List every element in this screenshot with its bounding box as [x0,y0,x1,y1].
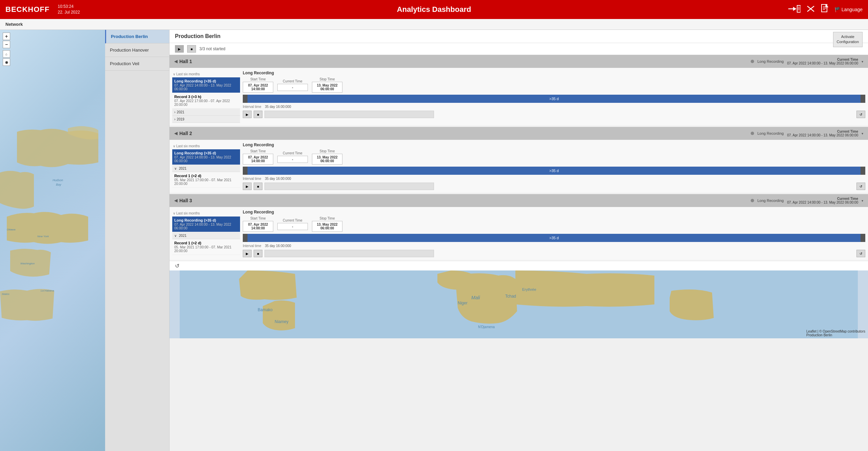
hall-3-right: Long Recording Current Time 07. Apr 2022… [751,197,863,204]
hall-1-title: ◀ Hall 1 [174,59,192,64]
list-item-date: 05. Mar 2021 17:00:00 - 07. Mar 2021 20:… [174,245,238,253]
playback-stop-button[interactable]: ■ [254,111,262,118]
list-item-name: Long Recording (>35 d) [174,151,238,155]
current-time-column-3: Current Time - [277,219,308,230]
hall-3-header: ◀ Hall 3 Long Recording Current Time 07.… [170,194,868,207]
playback-play-button[interactable]: ▶ [243,111,252,118]
import-icon[interactable] [788,5,801,15]
svg-text:Bay: Bay [56,183,61,186]
play-button[interactable]: ▶ [175,45,184,53]
stop-time-label: Stop Time [312,77,342,81]
sidebar-item-label: Production Hanover [110,48,149,53]
list-year-2021[interactable]: ›2021 [172,109,240,116]
playback-spacer-2 [264,183,434,190]
start-time-column-3: Start Time 07. Apr 2022 14:00:00 [243,217,273,232]
timeline-bar[interactable]: >35 d [243,95,865,103]
last-six-months-header-3[interactable]: ∨ Last six months [172,210,240,217]
sidebar-item-production-hanover[interactable]: Production Hanover [105,43,169,57]
current-time-label-box: Current Time [277,79,308,83]
list-year-2019[interactable]: ›2019 [172,116,240,123]
map-background: + − ⌂ ◉ Hudson Bay Ottawa New Yor [0,30,105,451]
attribution-text: Leaflet | © OpenStreetMap contributors [806,330,865,333]
hall-2-section: ◀ Hall 2 Long Recording Current Time 07.… [170,127,868,193]
list-item-record1-h2[interactable]: Record 1 (>2 d) 05. Mar 2021 17:00:00 - … [172,172,240,188]
playback-refresh-button[interactable]: ↺ [856,111,865,118]
hall-2-expand-arrow[interactable]: ▾ [862,132,863,135]
timeline-right-handle-3[interactable] [861,234,865,242]
start-time-val-3: 14:00:00 [246,226,270,230]
timeline-right-handle[interactable] [861,95,865,103]
hall-3-title: ◀ Hall 3 [174,198,192,203]
svg-text:Mali: Mali [471,295,480,300]
stop-time-label-3: Stop Time [312,217,342,220]
stop-time-val-2: 06:00:00 [315,159,339,163]
hall-3-timeline: Long Recording Start Time 07. Apr 2022 1… [243,210,865,257]
hall-2-expand-icon[interactable]: ◀ [174,131,177,136]
playback-play-button-3[interactable]: ▶ [243,250,252,257]
timeline-left-handle[interactable] [243,95,248,103]
playback-refresh-button-3[interactable]: ↺ [856,250,865,257]
timeline-right-handle-2[interactable] [861,167,865,175]
page-refresh-button[interactable]: ↺ [170,261,868,270]
hall-3-recording-list: ∨ Last six months Long Recording (>35 d)… [172,210,240,257]
list-item-record1-h3[interactable]: Record 1 (>2 d) 05. Mar 2021 17:00:00 - … [172,239,240,255]
sidebar: Production Berlin Production Hanover Pro… [105,30,170,451]
current-time-val-2: - [280,157,305,161]
current-time-label: Current Time [787,58,858,61]
hall-3-expand-icon[interactable]: ◀ [174,198,177,203]
list-item-record3[interactable]: Record 3 (>3 h) 07. Apr 2022 17:00:00 - … [172,93,240,109]
stop-date-val-3: 13. May 2022 [315,223,339,226]
document-icon[interactable] [821,4,829,15]
hall-3-body: ∨ Last six months Long Recording (>35 d)… [170,207,868,260]
playback-stop-button-2[interactable]: ■ [254,183,262,190]
list-item-long-recording-2[interactable]: Long Recording (>35 d) 07. Apr 2022 14:0… [172,149,240,165]
start-time-box-2: 07. Apr 2022 14:00:00 [243,154,273,165]
zoom-in-button[interactable]: + [3,33,10,40]
timeline-left-handle-3[interactable] [243,234,248,242]
playback-stop-button-3[interactable]: ■ [254,250,262,257]
home-button[interactable]: ⌂ [3,50,10,58]
stop-button[interactable]: ■ [187,45,196,53]
recording-status-dot [751,60,754,63]
time-row: Start Time 07. Apr 2022 14:00:00 Current… [243,77,865,93]
sidebar-item-production-veil[interactable]: Production Veil [105,57,169,71]
timeline-bar-container-3: >35 d [243,234,865,242]
globe-button[interactable]: ◉ [3,58,10,66]
list-item-long-recording-1[interactable]: Long Recording (>35 d) 07. Apr 2022 14:0… [172,77,240,93]
footer-map: Mali Niger Tchad Erythrée Bamako N'Djame… [170,270,868,338]
hall-expand-icon[interactable]: ◀ [174,59,177,64]
start-time-column: Start Time 07. Apr 2022 14:00:00 [243,77,273,93]
list-year-2021-h3[interactable]: ∨ 2021 [172,232,240,239]
zoom-out-button[interactable]: − [3,41,10,48]
list-year-2021-h2[interactable]: ∨ 2021 [172,165,240,172]
hall-1-timeline: Start Time Long Recording Start Time 07.… [243,71,865,123]
timeline-bar-label-2: >35 d [549,169,559,173]
sidebar-item-production-berlin[interactable]: Production Berlin [105,30,169,43]
hall-1-expand-arrow[interactable]: ▾ [862,60,863,63]
playback-spacer [264,111,434,118]
current-time-column: Current Time - [277,79,308,91]
timeline-left-handle-2[interactable] [243,167,248,175]
last-six-months-header-2[interactable]: ∨ Last six months [172,143,240,149]
timeline-bar-3[interactable]: >35 d [243,234,865,242]
hall-3-expand-arrow[interactable]: ▾ [862,199,863,203]
production-title: Production Berlin [175,33,220,39]
language-selector[interactable]: 🏴 Language [834,7,863,12]
playback-refresh-button-2[interactable]: ↺ [856,183,865,190]
header-right: 🏴 Language [788,4,863,15]
timeline-bar-2[interactable]: >35 d [243,167,865,175]
long-recording-label: Long Recording [243,71,865,75]
activate-configuration-button[interactable]: Activate Configuration [833,32,863,47]
header-time: 10:53:24 22. Jul 2022 [58,4,80,15]
tools-icon[interactable] [806,5,815,15]
location-text: Production Berlin [806,333,832,337]
list-item-date: 07. Apr 2022 14:00:00 - 13. May 2022 06:… [174,223,238,230]
start-time-label: Start Time [243,77,273,81]
hall-2-header: ◀ Hall 2 Long Recording Current Time 07.… [170,127,868,140]
svg-text:Erythrée: Erythrée [522,287,536,292]
list-item-long-recording-3[interactable]: Long Recording (>35 d) 07. Apr 2022 14:0… [172,217,240,232]
playback-play-button-2[interactable]: ▶ [243,183,252,190]
timeline-bar-container-2: >35 d [243,167,865,175]
last-six-months-header[interactable]: ∨ Last six months [172,71,240,77]
hall-1-label: Hall 1 [179,59,192,64]
